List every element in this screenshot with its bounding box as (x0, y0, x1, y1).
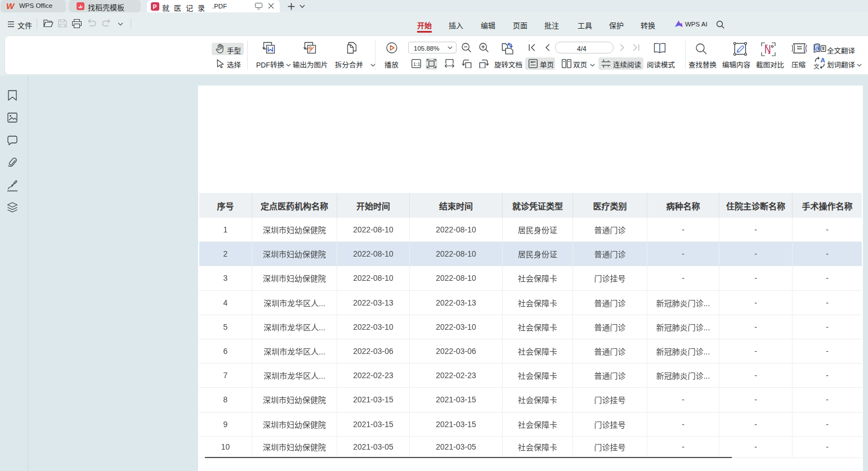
svg-text:1:1: 1:1 (413, 61, 420, 67)
svg-text:A: A (821, 57, 825, 64)
svg-text:W: W (7, 2, 15, 10)
svg-text:文: 文 (813, 63, 820, 70)
svg-text:P: P (153, 3, 156, 10)
svg-text:A: A (815, 45, 818, 51)
